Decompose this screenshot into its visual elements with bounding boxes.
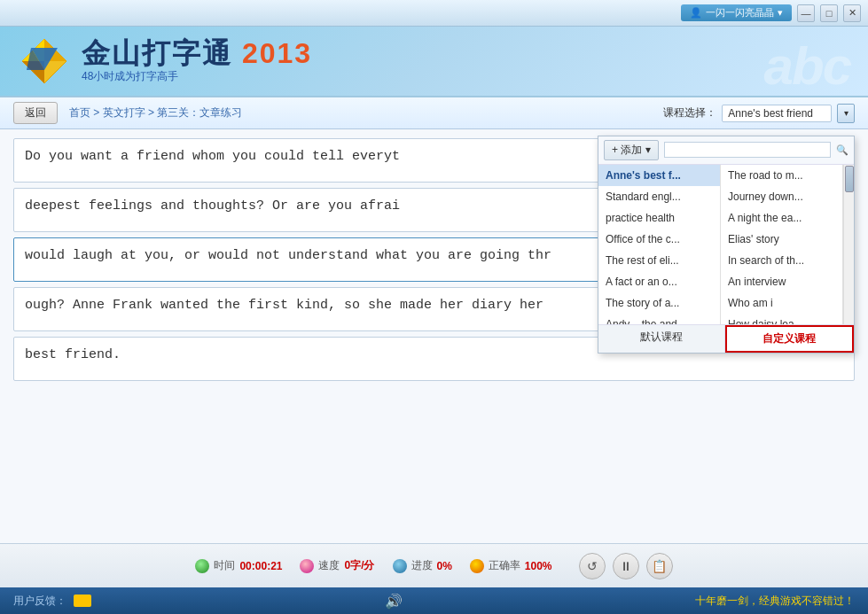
speed-status: 速度 0字/分 <box>300 558 374 573</box>
dropdown-item-night[interactable]: A night the ea... <box>721 207 842 229</box>
volume-icon[interactable]: 🔊 <box>385 593 403 610</box>
footer: 用户反馈： 🔊 十年磨一剑，经典游戏不容错过！ <box>0 587 868 614</box>
stats-button[interactable]: 📋 <box>646 553 673 579</box>
maximize-button[interactable]: □ <box>820 4 838 22</box>
course-dropdown-button[interactable]: ▾ <box>837 104 855 123</box>
course-dropdown-menu: + 添加 ▾ 🔍 Anne's best f... Standard engl.… <box>598 136 855 354</box>
back-button[interactable]: 返回 <box>13 102 58 124</box>
status-bar: 时间 00:00:21 速度 0字/分 进度 0% 正确率 100% ↺ ⏸ 📋 <box>0 543 868 587</box>
logo-area: 金山打字通 2013 48小时成为打字高手 <box>18 35 312 88</box>
course-search-input[interactable] <box>664 142 831 158</box>
dropdown-item-andy[interactable]: Andy – the and... <box>598 314 720 324</box>
minimize-button[interactable]: — <box>797 4 815 22</box>
dropdown-item-practice[interactable]: practice health <box>598 207 720 229</box>
app-header: 金山打字通 2013 48小时成为打字高手 abc <box>0 27 868 97</box>
dropdown-scrollbar[interactable] <box>843 165 854 324</box>
title-bar-controls: 👤 一闪一闪亮晶晶 ▾ — □ ✕ <box>681 4 861 22</box>
dropdown-left-col: Anne's best f... Standard engl... practi… <box>598 165 721 324</box>
footer-slogan: 十年磨一剑，经典游戏不容错过！ <box>695 594 855 609</box>
right-col-scroll[interactable]: The road to m... Journey down... A night… <box>721 165 842 324</box>
progress-value: 0% <box>437 560 452 572</box>
course-selector: 课程选择： Anne's best friend ▾ + 添加 ▾ 🔍 Anne… <box>663 104 855 123</box>
dropdown-columns: Anne's best f... Standard engl... practi… <box>598 165 854 324</box>
breadcrumb: 首页 > 英文打字 > 第三关：文章练习 <box>69 105 242 120</box>
footer-left: 用户反馈： <box>13 594 91 609</box>
speed-value: 0字/分 <box>344 558 374 573</box>
scrollbar-thumb[interactable] <box>845 166 854 192</box>
progress-label: 进度 <box>411 558 433 573</box>
feedback-label: 用户反馈： <box>13 594 66 609</box>
dropdown-item-road[interactable]: The road to m... <box>721 165 842 186</box>
close-button[interactable]: ✕ <box>843 4 861 22</box>
dropdown-item-rest[interactable]: The rest of eli... <box>598 250 720 271</box>
accuracy-status: 正确率 100% <box>470 558 552 573</box>
progress-status: 进度 0% <box>393 558 452 573</box>
logo-subtitle: 48小时成为打字高手 <box>82 69 312 84</box>
left-col-scroll[interactable]: Anne's best f... Standard engl... practi… <box>598 165 720 324</box>
course-dropdown-display: Anne's best friend <box>722 105 832 122</box>
user-icon: 👤 <box>690 7 702 19</box>
dropdown-right-col: The road to m... Journey down... A night… <box>721 165 843 324</box>
dropdown-item-office[interactable]: Office of the c... <box>598 229 720 250</box>
reset-button[interactable]: ↺ <box>579 553 606 579</box>
speed-icon <box>300 559 314 573</box>
dropdown-item-search[interactable]: In search of th... <box>721 250 842 271</box>
dropdown-item-fact[interactable]: A fact or an o... <box>598 271 720 292</box>
logo-title: 金山打字通 2013 <box>82 39 312 67</box>
progress-icon <box>393 559 407 573</box>
custom-course-btn[interactable]: 自定义课程 <box>725 325 855 353</box>
course-label: 课程选择： <box>663 105 716 120</box>
accuracy-icon <box>470 559 484 573</box>
logo-icon <box>18 35 71 88</box>
accuracy-value: 100% <box>525 560 552 572</box>
user-label: 一闪一闪亮晶晶 <box>706 6 774 19</box>
dropdown-footer: 默认课程 自定义课程 <box>598 324 854 353</box>
feedback-icon[interactable] <box>74 595 91 607</box>
dropdown-item-daisy[interactable]: How daisy lea... <box>721 314 842 324</box>
pause-button[interactable]: ⏸ <box>613 553 639 579</box>
accuracy-label: 正确率 <box>489 558 520 573</box>
dropdown-item-story[interactable]: The story of a... <box>598 292 720 314</box>
dropdown-toolbar: + 添加 ▾ 🔍 <box>598 136 854 165</box>
time-icon <box>195 559 209 573</box>
dropdown-item-journey[interactable]: Journey down... <box>721 186 842 207</box>
user-badge: 👤 一闪一闪亮晶晶 ▾ <box>681 4 792 21</box>
time-value: 00:00:21 <box>239 560 282 572</box>
logo-text: 金山打字通 2013 48小时成为打字高手 <box>82 39 312 84</box>
dropdown-item-elias[interactable]: Elias' story <box>721 229 842 250</box>
time-status: 时间 00:00:21 <box>195 558 282 573</box>
dropdown-item-standard[interactable]: Standard engl... <box>598 186 720 207</box>
nav-bar: 返回 首页 > 英文打字 > 第三关：文章练习 课程选择： Anne's bes… <box>0 97 868 129</box>
search-icon: 🔍 <box>836 144 848 156</box>
title-bar: 👤 一闪一闪亮晶晶 ▾ — □ ✕ <box>0 0 868 27</box>
dropdown-item-annes[interactable]: Anne's best f... <box>598 165 720 186</box>
time-label: 时间 <box>214 558 235 573</box>
dropdown-item-who[interactable]: Who am i <box>721 292 842 314</box>
dropdown-arrow: ▾ <box>778 7 783 19</box>
add-course-button[interactable]: + 添加 ▾ <box>604 140 659 160</box>
header-bg-decoration: abc <box>764 35 850 97</box>
dropdown-item-interview[interactable]: An interview <box>721 271 842 292</box>
speed-label: 速度 <box>318 558 340 573</box>
playback-controls: ↺ ⏸ 📋 <box>579 553 673 579</box>
default-course-btn[interactable]: 默认课程 <box>598 325 725 353</box>
